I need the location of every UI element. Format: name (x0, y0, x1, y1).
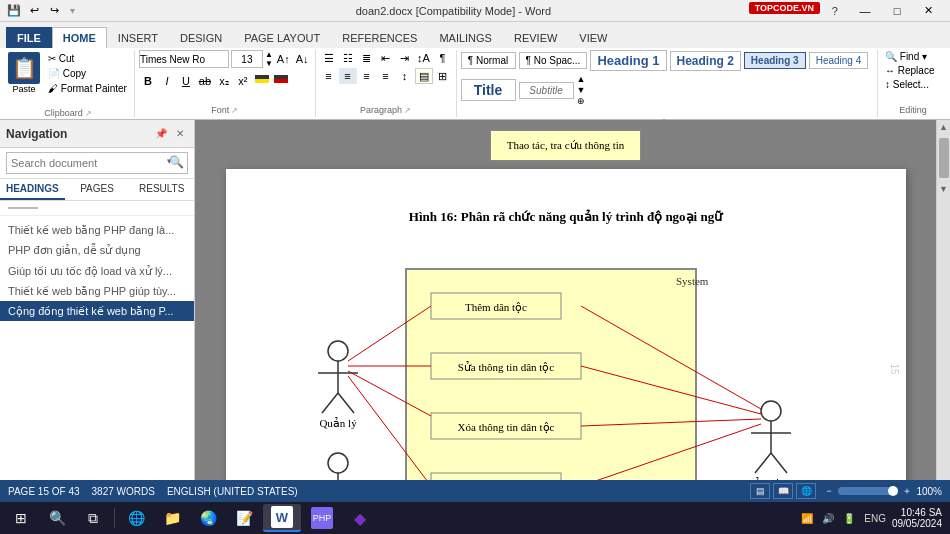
nav-item-4[interactable]: Thiết kế web bằng PHP giúp tùy... (0, 281, 194, 301)
tray-battery[interactable]: 🔋 (840, 513, 858, 524)
shrink-font-button[interactable]: A↓ (294, 53, 311, 65)
font-name-input[interactable] (139, 50, 229, 68)
quick-access-dropdown[interactable]: ▾ (70, 5, 75, 16)
format-painter-button[interactable]: 🖌 Format Painter (45, 82, 130, 95)
shading-button[interactable]: ▤ (415, 68, 433, 84)
tray-volume[interactable]: 🔊 (819, 513, 837, 524)
style-heading2[interactable]: Heading 2 (670, 51, 741, 71)
scroll-thumb[interactable] (939, 138, 949, 178)
styles-up[interactable]: ▲ (577, 74, 586, 84)
tray-network[interactable]: 📶 (798, 513, 816, 524)
tray-language[interactable]: ENG (861, 513, 889, 524)
view-read-button[interactable]: 📖 (773, 483, 793, 499)
clipboard-expander[interactable]: ↗ (85, 109, 92, 118)
search-icon[interactable]: 🔍 (169, 155, 184, 169)
font-color-button[interactable] (272, 72, 290, 90)
maximize-button[interactable]: □ (882, 1, 912, 21)
search-taskbar-button[interactable]: 🔍 (40, 504, 74, 532)
decrease-indent-button[interactable]: ⇤ (377, 50, 395, 66)
edge-button[interactable]: 🌐 (119, 504, 153, 532)
style-no-spacing[interactable]: ¶ No Spac... (519, 52, 588, 69)
nav-tab-headings[interactable]: HEADINGS (0, 179, 65, 200)
right-scrollbar[interactable]: ▲ ▼ (936, 120, 950, 480)
copy-button[interactable]: 📄 Copy (45, 67, 130, 80)
tab-insert[interactable]: INSERT (107, 27, 169, 48)
nav-item-2[interactable]: PHP đơn giản, dễ sử dụng (0, 240, 194, 260)
tab-references[interactable]: REFERENCES (331, 27, 428, 48)
task-view-button[interactable]: ⧉ (76, 504, 110, 532)
tab-mailings[interactable]: MAILINGS (428, 27, 503, 48)
style-subtitle[interactable]: Subtitle (519, 82, 574, 99)
multilevel-button[interactable]: ≣ (358, 50, 376, 66)
border-button[interactable]: ⊞ (434, 68, 452, 84)
view-print-button[interactable]: ▤ (750, 483, 770, 499)
paragraph-expander[interactable]: ↗ (404, 106, 411, 115)
save-button[interactable]: 💾 (6, 3, 22, 19)
redo-button[interactable]: ↪ (46, 3, 62, 19)
tab-file[interactable]: FILE (6, 27, 52, 48)
view-web-button[interactable]: 🌐 (796, 483, 816, 499)
font-size-spinner[interactable]: ▲ ▼ (265, 50, 273, 68)
nav-tab-results[interactable]: RESULTS (129, 179, 194, 200)
text-highlight-button[interactable] (253, 72, 271, 90)
font-size-down[interactable]: ▼ (265, 59, 273, 68)
align-center-button[interactable]: ≡ (339, 68, 357, 84)
nav-item-5[interactable]: Cộng đồng thiết kế web bằng P... (0, 301, 194, 321)
tab-home[interactable]: HOME (52, 27, 107, 49)
tab-design[interactable]: DESIGN (169, 27, 233, 48)
minimize-button[interactable]: — (850, 1, 880, 21)
justify-button[interactable]: ≡ (377, 68, 395, 84)
style-heading4[interactable]: Heading 4 (809, 52, 869, 69)
font-size-up[interactable]: ▲ (265, 50, 273, 59)
scroll-up[interactable]: ▲ (937, 120, 950, 134)
nav-search-input[interactable] (6, 152, 188, 174)
align-right-button[interactable]: ≡ (358, 68, 376, 84)
document-area[interactable]: Thao tác, tra cứu thông tin Hình 16: Phâ… (195, 120, 936, 480)
tab-page-layout[interactable]: PAGE LAYOUT (233, 27, 331, 48)
superscript-button[interactable]: x² (234, 72, 252, 90)
italic-button[interactable]: I (158, 72, 176, 90)
word-taskbar-button[interactable]: W (263, 504, 301, 532)
styles-expand[interactable]: ⊕ (577, 96, 586, 106)
style-heading3[interactable]: Heading 3 (744, 52, 806, 69)
line-spacing-button[interactable]: ↕ (396, 68, 414, 84)
tab-review[interactable]: REVIEW (503, 27, 568, 48)
zoom-slider[interactable] (838, 487, 898, 495)
zoom-out-button[interactable]: － (824, 484, 834, 498)
replace-button[interactable]: ↔ Replace (882, 64, 937, 77)
paste-button[interactable]: 📋 Paste (6, 50, 42, 96)
grow-font-button[interactable]: A↑ (275, 53, 292, 65)
close-button[interactable]: ✕ (914, 1, 944, 21)
find-button[interactable]: 🔍 Find ▾ (882, 50, 930, 63)
style-heading1[interactable]: Heading 1 (590, 50, 666, 71)
style-title[interactable]: Title (461, 79, 516, 101)
notepad-button[interactable]: 📝 (227, 504, 261, 532)
chrome-button[interactable]: 🌏 (191, 504, 225, 532)
help-button[interactable]: ? (832, 5, 838, 17)
zoom-in-button[interactable]: ＋ (902, 484, 912, 498)
increase-indent-button[interactable]: ⇥ (396, 50, 414, 66)
undo-button[interactable]: ↩ (26, 3, 42, 19)
nav-item-1[interactable]: Thiết kế web bằng PHP đang là... (0, 220, 194, 240)
nav-close-button[interactable]: ✕ (172, 126, 188, 142)
nav-pin-button[interactable]: 📌 (153, 126, 169, 142)
styles-down[interactable]: ▼ (577, 85, 586, 95)
numbering-button[interactable]: ☷ (339, 50, 357, 66)
style-normal[interactable]: ¶ Normal (461, 52, 516, 69)
tab-view[interactable]: VIEW (568, 27, 618, 48)
scroll-down[interactable]: ▼ (937, 182, 950, 196)
cut-button[interactable]: ✂ Cut (45, 52, 130, 65)
nav-item-3[interactable]: Giúp tối ưu tốc độ load và xử lý... (0, 261, 194, 281)
underline-button[interactable]: U (177, 72, 195, 90)
php-button[interactable]: PHP (303, 504, 341, 532)
font-size-input[interactable] (231, 50, 263, 68)
tray-clock[interactable]: 10:46 SA 09/05/2024 (892, 507, 942, 529)
show-marks-button[interactable]: ¶ (434, 50, 452, 66)
select-button[interactable]: ↕ Select... (882, 78, 932, 91)
sort-button[interactable]: ↕A (415, 50, 433, 66)
nav-tab-pages[interactable]: PAGES (65, 179, 130, 200)
vs-button[interactable]: ◆ (343, 504, 377, 532)
start-button[interactable]: ⊞ (4, 504, 38, 532)
align-left-button[interactable]: ≡ (320, 68, 338, 84)
bold-button[interactable]: B (139, 72, 157, 90)
